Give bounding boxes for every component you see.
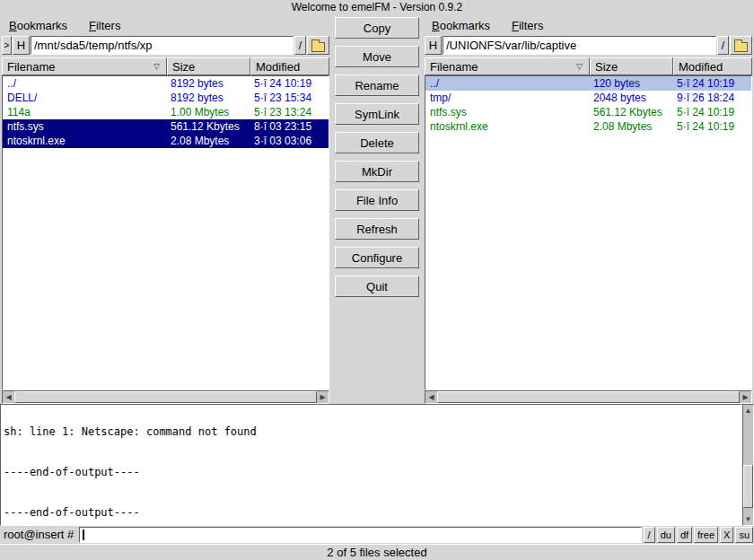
root-button[interactable]: / bbox=[717, 36, 729, 55]
mkdir-button[interactable]: MkDir bbox=[335, 161, 419, 182]
terminal-vertical-scrollbar[interactable]: ▲ ▼ bbox=[742, 404, 754, 526]
scroll-right-arrow-icon[interactable]: ▶ bbox=[317, 391, 329, 403]
menu-bookmarks[interactable]: Bookmarks bbox=[432, 19, 490, 32]
scrollbar-thumb[interactable] bbox=[437, 391, 740, 403]
path-input[interactable] bbox=[443, 36, 716, 55]
right-column-headers: Filename ▽ Size Modified bbox=[425, 57, 752, 75]
scrollbar-thumb[interactable] bbox=[14, 391, 317, 403]
terminal-line: sh: line 1: Netscape: command not found bbox=[4, 425, 741, 439]
quit-button[interactable]: Quit bbox=[335, 276, 419, 297]
column-header-filename[interactable]: Filename ▽ bbox=[425, 57, 590, 75]
file-row[interactable]: ntoskrnl.exe 2.08 Mbytes 5·î 24 10:19 bbox=[425, 119, 751, 134]
file-row[interactable]: tmp/ 2048 bytes 9·î 26 18:24 bbox=[425, 91, 751, 105]
scroll-left-arrow-icon[interactable]: ◀ bbox=[3, 391, 14, 403]
left-menubar: Bookmarks Filters bbox=[2, 15, 329, 35]
menu-filters[interactable]: Filters bbox=[89, 19, 120, 32]
output-area: sh: line 1: Netscape: command not found … bbox=[0, 404, 754, 526]
selection-status-text: 2 of 5 files selected bbox=[327, 546, 426, 559]
left-column-headers: Filename ▽ Size Modified bbox=[2, 57, 329, 75]
action-toolbar: Copy Move Rename SymLink Delete MkDir Fi… bbox=[331, 15, 423, 404]
column-header-size[interactable]: Size bbox=[590, 57, 673, 75]
symlink-button[interactable]: SymLink bbox=[335, 103, 419, 125]
left-horizontal-scrollbar[interactable]: ◀ ▶ bbox=[2, 390, 329, 404]
left-pathbar: > H / bbox=[2, 35, 329, 57]
right-horizontal-scrollbar[interactable]: ◀ ▶ bbox=[425, 390, 752, 404]
scrollbar-thumb[interactable] bbox=[743, 465, 753, 508]
right-file-list: ../ 120 bytes 5·î 24 10:19 tmp/ 2048 byt… bbox=[425, 75, 752, 390]
open-folder-button[interactable] bbox=[730, 36, 752, 55]
file-row-active[interactable]: ../ 120 bytes 5·î 24 10:19 bbox=[425, 76, 751, 91]
file-row[interactable]: ntfs.sys 561.12 Kbytes 5·î 24 10:19 bbox=[425, 105, 751, 119]
scrollbar-trough[interactable] bbox=[743, 416, 753, 513]
column-header-modified[interactable]: Modified bbox=[250, 57, 329, 75]
path-input[interactable] bbox=[31, 36, 294, 55]
main-area: Bookmarks Filters > H / Filename ▽ Size … bbox=[0, 15, 754, 404]
file-row-selected[interactable]: ntfs.sys 561.12 Kbytes 8·î 03 23:15 bbox=[3, 119, 329, 134]
scroll-up-arrow-icon[interactable]: ▲ bbox=[743, 405, 753, 416]
sort-indicator-icon: ▽ bbox=[576, 62, 583, 71]
configure-button[interactable]: Configure bbox=[335, 247, 419, 268]
home-button[interactable]: H bbox=[13, 36, 30, 55]
delete-button[interactable]: Delete bbox=[335, 132, 419, 153]
terminal-line: ----end-of-output---- bbox=[4, 466, 741, 479]
command-input[interactable] bbox=[79, 527, 641, 543]
left-file-list: ../ 8192 bytes 5·î 24 10:19 DELL/ 8192 b… bbox=[2, 75, 329, 390]
file-row[interactable]: ../ 8192 bytes 5·î 24 10:19 bbox=[3, 76, 329, 91]
sort-indicator-icon: ▽ bbox=[153, 62, 160, 71]
du-button[interactable]: du bbox=[657, 527, 675, 543]
right-menubar: Bookmarks Filters bbox=[425, 15, 752, 35]
command-bar: root@insert # / du df free X su bbox=[0, 526, 754, 544]
df-button[interactable]: df bbox=[677, 527, 692, 543]
right-pathbar: H / bbox=[425, 35, 752, 57]
refresh-button[interactable]: Refresh bbox=[335, 218, 419, 240]
emelfm-window: Welcome to emelFM - Version 0.9.2 Bookma… bbox=[0, 0, 754, 560]
right-panel: Bookmarks Filters H / Filename ▽ Size Mo… bbox=[423, 15, 754, 404]
root-button[interactable]: / bbox=[294, 36, 306, 55]
status-bar: 2 of 5 files selected bbox=[0, 544, 754, 560]
file-row-selected[interactable]: ntoskrnl.exe 2.08 Mbytes 3·î 03 03:06 bbox=[3, 134, 329, 148]
shell-prompt: root@insert # bbox=[1, 527, 77, 543]
folder-icon bbox=[734, 42, 748, 52]
rename-button[interactable]: Rename bbox=[335, 74, 419, 96]
column-header-size[interactable]: Size bbox=[167, 57, 250, 75]
terminal-line: ----end-of-output---- bbox=[4, 506, 741, 520]
file-row[interactable]: DELL/ 8192 bytes 5·î 23 15:34 bbox=[3, 91, 329, 105]
column-header-modified[interactable]: Modified bbox=[673, 57, 752, 75]
panel-expander-button[interactable]: > bbox=[2, 36, 12, 55]
file-row[interactable]: 114a 1.00 Mbytes 5·î 23 13:24 bbox=[3, 105, 329, 119]
scroll-right-arrow-icon[interactable]: ▶ bbox=[740, 391, 751, 403]
root-shortcut-button[interactable]: / bbox=[644, 527, 655, 543]
xterm-button[interactable]: X bbox=[720, 527, 733, 543]
file-info-button[interactable]: File Info bbox=[335, 189, 419, 211]
copy-button[interactable]: Copy bbox=[335, 17, 419, 39]
su-button[interactable]: su bbox=[735, 527, 753, 543]
open-folder-button[interactable] bbox=[307, 36, 329, 55]
free-button[interactable]: free bbox=[694, 527, 718, 543]
scroll-down-arrow-icon[interactable]: ▼ bbox=[743, 513, 753, 525]
menu-bookmarks[interactable]: Bookmarks bbox=[9, 19, 67, 32]
scroll-left-arrow-icon[interactable]: ◀ bbox=[425, 391, 437, 403]
column-header-filename[interactable]: Filename ▽ bbox=[2, 57, 167, 75]
text-caret bbox=[83, 529, 84, 540]
window-title: Welcome to emelFM - Version 0.9.2 bbox=[0, 0, 754, 15]
move-button[interactable]: Move bbox=[335, 46, 419, 67]
menu-filters[interactable]: Filters bbox=[512, 19, 543, 32]
home-button[interactable]: H bbox=[425, 36, 442, 55]
left-panel: Bookmarks Filters > H / Filename ▽ Size … bbox=[0, 15, 331, 404]
terminal-output: sh: line 1: Netscape: command not found … bbox=[0, 404, 742, 526]
folder-icon bbox=[311, 42, 325, 52]
